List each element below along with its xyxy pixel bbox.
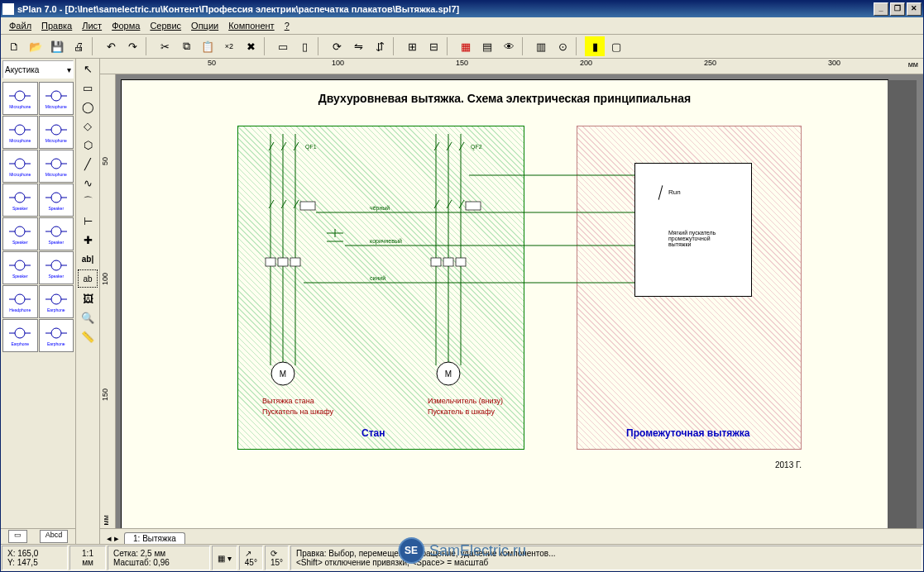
menu-options[interactable]: Опции: [186, 19, 223, 32]
menubar: Файл Правка Лист Форма Сервис Опции Комп…: [1, 17, 923, 35]
textbox-icon[interactable]: ab: [78, 269, 98, 288]
find-icon[interactable]: 👁: [499, 36, 519, 56]
lib-part-8[interactable]: Speaker: [2, 217, 38, 250]
lib-part-1[interactable]: Microphone: [39, 82, 74, 115]
layers-icon[interactable]: ▥: [531, 36, 551, 56]
lib-part-9[interactable]: Speaker: [39, 217, 74, 250]
lib-part-2[interactable]: Microphone: [2, 116, 38, 149]
lib-foot-chip[interactable]: ▭: [8, 530, 27, 543]
svg-rect-53: [431, 258, 441, 266]
cut-icon[interactable]: ✂: [155, 36, 175, 56]
svg-text:QF2: QF2: [471, 144, 482, 150]
svg-text:QF1: QF1: [305, 144, 317, 150]
rect-icon[interactable]: ▭: [79, 79, 97, 96]
group-icon[interactable]: ⊞: [402, 36, 422, 56]
angle15-icon[interactable]: ⟳ 15°: [265, 546, 289, 570]
menu-help[interactable]: ?: [280, 19, 294, 32]
angle45-icon[interactable]: ↗ 45°: [239, 546, 263, 570]
grid-toggle-icon[interactable]: ▦ ▾: [212, 546, 237, 570]
back-icon[interactable]: ▯: [294, 36, 314, 56]
lib-part-10[interactable]: Speaker: [2, 251, 38, 284]
lib-part-11[interactable]: Speaker: [39, 251, 74, 284]
lib-part-14[interactable]: Earphone: [2, 319, 38, 352]
paste-icon[interactable]: 📋: [198, 36, 218, 56]
zoom-fit-icon[interactable]: ⊙: [553, 36, 572, 56]
lib-part-13[interactable]: Earphone: [39, 285, 74, 318]
svg-point-0: [15, 91, 25, 101]
menu-file[interactable]: Файл: [4, 19, 36, 32]
drawing-page[interactable]: Двухуровневая вытяжка. Схема электрическ…: [121, 79, 888, 528]
lib-foot-text[interactable]: Abcd: [40, 530, 69, 543]
new-icon[interactable]: 🗋: [4, 36, 24, 56]
redo-icon[interactable]: ↷: [122, 36, 142, 56]
canvas[interactable]: Двухуровневая вытяжка. Схема электрическ…: [116, 74, 923, 528]
year: 2013 Г.: [775, 460, 802, 470]
save-icon[interactable]: 💾: [47, 36, 67, 56]
svg-text:чёрный: чёрный: [370, 205, 390, 212]
zone-label-green: Стан: [361, 427, 385, 439]
measure-icon[interactable]: 📏: [79, 328, 97, 345]
delete-icon[interactable]: ✖: [241, 36, 261, 56]
lib-part-3[interactable]: Microphone: [39, 116, 74, 149]
svg-rect-50: [266, 258, 275, 266]
menu-sheet[interactable]: Лист: [77, 19, 107, 32]
front-icon[interactable]: ▭: [273, 36, 293, 56]
svg-point-9: [51, 125, 61, 135]
lib-part-12[interactable]: Headphone: [2, 285, 38, 318]
line-icon[interactable]: ╱: [79, 155, 97, 172]
lib-part-0[interactable]: Microphone: [2, 82, 38, 115]
ruler-vertical: 50 100 150 мм: [100, 74, 116, 528]
maximize-button[interactable]: ❐: [890, 2, 905, 16]
undo-icon[interactable]: ↶: [101, 36, 121, 56]
cursor-icon[interactable]: ↖: [79, 60, 97, 77]
svg-point-30: [15, 260, 25, 270]
connector-icon[interactable]: ⊢: [79, 212, 97, 229]
dup-icon[interactable]: ×2: [219, 36, 239, 56]
print-icon[interactable]: 🖨: [69, 36, 89, 56]
ruler-horizontal: 50 100 150 200 250 300 мм: [100, 59, 923, 74]
menu-component[interactable]: Компонент: [223, 19, 279, 32]
rotate-icon[interactable]: ⟳: [327, 36, 347, 56]
text-icon[interactable]: ab|: [79, 250, 97, 267]
lib-part-7[interactable]: Speaker: [39, 184, 74, 217]
status-help: Правка: Выбор, перемещение, вращение, уд…: [290, 546, 922, 570]
minimize-button[interactable]: _: [874, 2, 888, 16]
lib-part-4[interactable]: Microphone: [2, 150, 38, 183]
svg-point-33: [51, 260, 61, 270]
zoom-icon[interactable]: 🔍: [79, 309, 97, 326]
special-icon[interactable]: ⬡: [79, 136, 97, 153]
poly-icon[interactable]: ◇: [79, 117, 97, 134]
titlebar: sPlan 7.0 - [D:\Inet\samelectric.ru\Конт…: [1, 1, 923, 17]
status-scale: 1:1 мм: [69, 546, 106, 570]
arc-icon[interactable]: ⌒: [79, 193, 97, 210]
lib-part-5[interactable]: Microphone: [39, 150, 74, 183]
svg-rect-48: [300, 202, 315, 210]
snap-icon[interactable]: ▦: [456, 36, 476, 56]
grid-icon[interactable]: ▤: [477, 36, 497, 56]
node-icon[interactable]: ✚: [79, 231, 97, 248]
status-grid: Сетка: 2,5 мм Масштаб: 0,96: [108, 546, 210, 570]
mirror-h-icon[interactable]: ⇋: [348, 36, 368, 56]
menu-form[interactable]: Форма: [107, 19, 145, 32]
library-selector[interactable]: Акустика▾: [2, 60, 74, 79]
hilite-icon[interactable]: ▮: [585, 36, 605, 56]
sheet-tab-1[interactable]: 1: Вытяжка: [124, 532, 185, 544]
image-icon[interactable]: 🖼: [79, 290, 97, 307]
mirror-v-icon[interactable]: ⇵: [370, 36, 390, 56]
circle-icon[interactable]: ◯: [79, 98, 97, 115]
page-title: Двухуровневая вытяжка. Схема электрическ…: [122, 92, 888, 105]
watermark: SE SamElectric.ru: [398, 537, 526, 564]
curve-icon[interactable]: ∿: [79, 174, 97, 191]
prop-icon[interactable]: ▢: [606, 36, 626, 56]
svg-rect-51: [278, 258, 288, 266]
menu-edit[interactable]: Правка: [36, 19, 77, 32]
menu-service[interactable]: Сервис: [145, 19, 186, 32]
svg-text:M: M: [280, 369, 286, 379]
open-icon[interactable]: 📂: [26, 36, 45, 56]
close-button[interactable]: ✕: [907, 2, 922, 16]
lib-part-6[interactable]: Speaker: [2, 184, 38, 217]
ungroup-icon[interactable]: ⊟: [424, 36, 443, 56]
copy-icon[interactable]: ⧉: [176, 36, 196, 56]
svg-point-21: [51, 193, 61, 203]
lib-part-15[interactable]: Earphone: [39, 319, 74, 352]
